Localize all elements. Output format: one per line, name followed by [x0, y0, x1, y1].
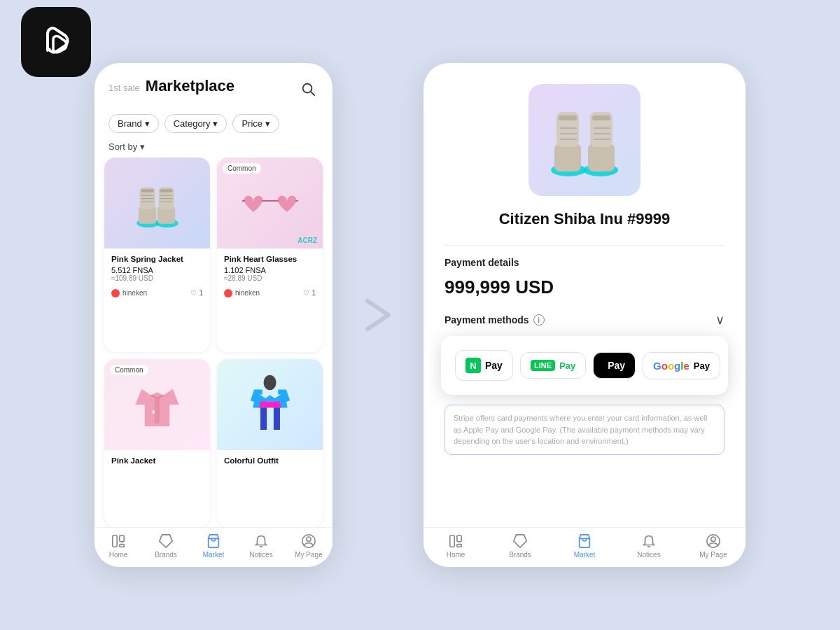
svg-rect-23	[273, 407, 279, 430]
nav-home-2[interactable]: Home	[424, 533, 488, 559]
nav-market-1[interactable]: Market	[190, 533, 237, 559]
bottom-nav-screen1: Home Brands Market	[94, 527, 332, 567]
nav-brands-label-1: Brands	[155, 551, 177, 559]
svg-rect-25	[120, 536, 124, 542]
seller-boots: hineken	[111, 289, 147, 298]
acrz-badge: ACRZ	[298, 237, 317, 244]
gpay-label: Pay	[694, 360, 710, 371]
svg-point-47	[711, 537, 715, 541]
linepay-label: Pay	[559, 360, 575, 371]
product-name-jacket: Pink Jacket	[111, 456, 203, 466]
filter-row: Brand ▾ Category ▾ Price ▾	[94, 108, 332, 139]
svg-rect-22	[260, 407, 267, 430]
product-name-outfit: Colorful Outfit	[224, 456, 316, 466]
svg-rect-31	[554, 144, 581, 172]
nav-market-label-2: Market	[574, 551, 596, 559]
product-price-usd-boots: ≈109.89 USD	[111, 274, 203, 282]
svg-rect-36	[592, 115, 610, 120]
nav-notices-1[interactable]: Notices	[237, 533, 285, 559]
nav-market-2[interactable]: Market	[552, 533, 617, 559]
nav-brands-label-2: Brands	[509, 551, 531, 559]
like-boots[interactable]: ♡ 1	[190, 289, 203, 297]
category-filter[interactable]: Category ▾	[164, 114, 227, 133]
npay-icon: N	[465, 358, 481, 373]
seller-glasses: hineken	[224, 289, 260, 298]
nav-home-label-2: Home	[447, 551, 465, 559]
svg-rect-45	[457, 545, 461, 547]
svg-line-1	[312, 92, 315, 96]
product-price-fnsa-glasses: 1.102 FNSA	[224, 266, 316, 274]
svg-rect-43	[450, 536, 454, 547]
item-title: Citizen Shiba Inu #9999	[444, 210, 724, 228]
price-filter[interactable]: Price ▾	[232, 114, 279, 133]
phone-header: 1st sale Marketplace	[94, 63, 332, 108]
app-logo	[21, 7, 91, 77]
nav-mypage-1[interactable]: My Page	[285, 533, 332, 559]
marketplace-title: Marketplace	[146, 77, 234, 95]
brand-filter[interactable]: Brand ▾	[108, 114, 159, 133]
sort-row: Sort by ▾	[94, 139, 332, 158]
product-grid: Pink Spring Jacket 5.512 FNSA ≈109.89 US…	[94, 158, 332, 527]
arrow-right	[360, 294, 396, 336]
payment-details-label: Payment details	[444, 257, 724, 268]
gpay-icon: Google	[653, 360, 690, 372]
svg-rect-26	[120, 545, 124, 547]
linepay-icon: LINE	[531, 360, 555, 371]
payment-popup: N Pay LINE Pay Pay Google	[441, 336, 728, 395]
svg-rect-9	[160, 189, 172, 192]
search-button[interactable]	[298, 78, 318, 102]
payment-methods-label: Payment methods i	[444, 314, 545, 326]
product-price-fnsa-boots: 5.512 FNSA	[111, 266, 203, 274]
product-card-boots[interactable]: Pink Spring Jacket 5.512 FNSA ≈109.89 US…	[104, 158, 210, 352]
detail-panel: Citizen Shiba Inu #9999 Payment details …	[424, 63, 746, 567]
nav-brands-1[interactable]: Brands	[142, 533, 190, 559]
svg-point-28	[307, 537, 311, 541]
applepay-label: Pay	[608, 360, 625, 371]
svg-point-21	[263, 375, 276, 391]
gpay-button[interactable]: Google Pay	[643, 352, 720, 379]
svg-rect-8	[141, 189, 153, 192]
payment-methods-row: Payment methods i ∨	[444, 312, 724, 328]
common-badge-jacket: Common	[110, 365, 148, 375]
nav-market-label-1: Market	[203, 551, 225, 559]
product-price-usd-glasses: ≈28.89 USD	[224, 274, 316, 282]
info-icon[interactable]: i	[533, 314, 545, 326]
nav-brands-2[interactable]: Brands	[488, 533, 552, 559]
nav-mypage-label-2: My Page	[699, 551, 727, 559]
common-badge-glasses: Common	[223, 163, 261, 174]
svg-rect-32	[588, 144, 615, 172]
nav-notices-label-1: Notices	[249, 551, 272, 559]
product-card-outfit[interactable]: Colorful Outfit	[217, 359, 323, 527]
nav-home-1[interactable]: Home	[94, 533, 142, 559]
nav-mypage-label-1: My Page	[295, 551, 322, 559]
svg-point-0	[303, 84, 312, 93]
svg-rect-19	[155, 398, 160, 424]
linepay-button[interactable]: LINE Pay	[520, 352, 586, 379]
npay-label: Pay	[485, 360, 503, 371]
svg-rect-44	[457, 536, 461, 542]
phone-screen-1: 1st sale Marketplace Brand ▾ Category ▾	[94, 63, 332, 567]
nav-notices-label-2: Notices	[637, 551, 660, 559]
stripe-note: Stripe offers card payments where you en…	[444, 405, 724, 455]
svg-text:★: ★	[151, 410, 156, 415]
item-image-area	[528, 84, 640, 196]
nav-mypage-2[interactable]: My Page	[681, 533, 746, 559]
sort-label[interactable]: Sort by ▾	[108, 141, 145, 152]
divider-1	[444, 245, 724, 246]
nav-home-label-1: Home	[109, 551, 128, 559]
applepay-button[interactable]: Pay	[593, 352, 636, 379]
product-card-glasses[interactable]: Common ACRZ Pink Heart Glasses	[217, 158, 323, 352]
product-name-boots: Pink Spring Jacket	[111, 254, 203, 265]
first-sale-label: 1st sale	[108, 83, 140, 93]
svg-rect-35	[559, 115, 577, 120]
product-card-jacket[interactable]: Common ★ Pink Jacket	[104, 359, 210, 527]
like-glasses[interactable]: ♡ 1	[303, 289, 316, 297]
payment-methods-chevron[interactable]: ∨	[715, 312, 724, 328]
product-name-glasses: Pink Heart Glasses	[224, 254, 316, 265]
nav-notices-2[interactable]: Notices	[617, 533, 681, 559]
svg-rect-24	[113, 536, 117, 547]
price-display: 999,999 USD	[444, 276, 724, 298]
npay-button[interactable]: N Pay	[455, 350, 513, 381]
bottom-nav-screen2: Home Brands Market	[424, 527, 746, 567]
